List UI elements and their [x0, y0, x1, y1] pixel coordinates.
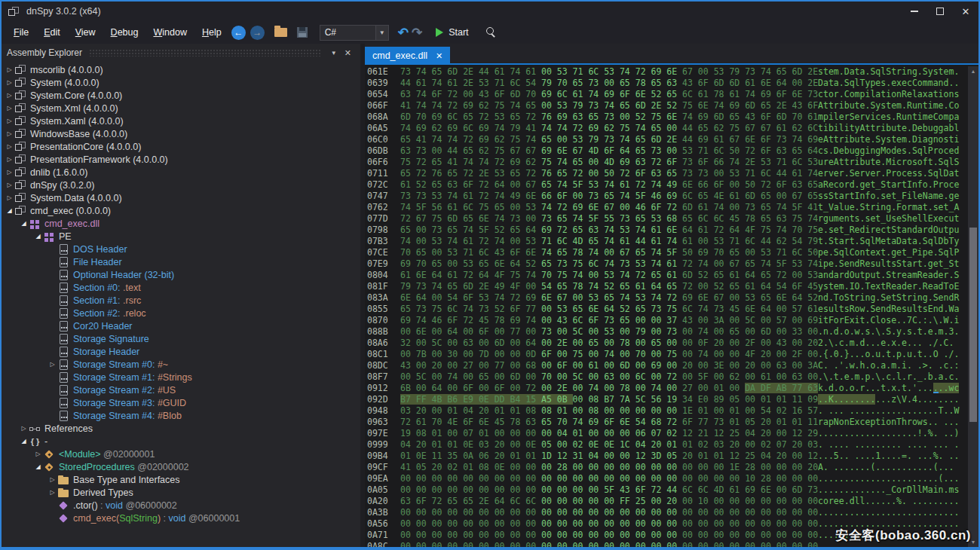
expand-arrow-icon[interactable]: ▷: [5, 194, 14, 201]
hex-row[interactable]: 0A2063 6F 72 65 65 2E 64 6C 6C 00 00 00 …: [365, 496, 968, 507]
tree-item[interactable]: ▷dnlib (1.6.0.0): [2, 166, 360, 179]
collapse-arrow-icon[interactable]: ◢: [33, 463, 43, 470]
tree-item[interactable]: ▷References: [2, 422, 360, 435]
hex-row[interactable]: 074773 73 53 74 61 72 74 49 6E 66 6F 00 …: [365, 191, 968, 202]
hex-row[interactable]: 09126B 00 64 00 6F 00 6F 00 72 00 2E 00 …: [365, 383, 968, 394]
expand-arrow-icon[interactable]: ▷: [5, 66, 14, 73]
expand-arrow-icon[interactable]: ▷: [5, 169, 14, 176]
tree-item[interactable]: ◢PE: [2, 230, 360, 243]
collapse-arrow-icon[interactable]: ◢: [19, 438, 29, 445]
tree-item[interactable]: DOS Header: [2, 243, 360, 255]
hex-row[interactable]: 094803 20 00 01 04 20 01 01 08 08 01 00 …: [365, 405, 968, 417]
hex-row[interactable]: 08C100 7B 00 30 00 7D 00 00 0D 6F 00 75 …: [365, 349, 968, 360]
tree-item[interactable]: Storage Signature: [2, 332, 360, 345]
tab-close-icon[interactable]: ✕: [436, 51, 443, 61]
menu-edit[interactable]: Edit: [36, 24, 68, 41]
hex-row[interactable]: 08DC43 00 20 00 27 00 77 00 68 00 6F 00 …: [365, 360, 968, 371]
panel-close-icon[interactable]: ✕: [341, 48, 355, 58]
close-button[interactable]: ✕: [953, 2, 978, 21]
tree-item[interactable]: Storage Stream #2: #US: [2, 383, 360, 396]
expand-arrow-icon[interactable]: ▷: [19, 425, 29, 432]
expand-arrow-icon[interactable]: ▷: [5, 118, 14, 124]
redo-icon[interactable]: ↷: [412, 25, 422, 41]
navigate-back-button[interactable]: ←: [231, 26, 246, 40]
minimize-button[interactable]: [902, 2, 927, 21]
tree-item[interactable]: ▷System.Data (4.0.0.0): [2, 191, 360, 204]
hex-row[interactable]: 08F700 5C 00 74 00 65 00 6D 00 70 00 5C …: [365, 371, 968, 383]
menu-file[interactable]: File: [6, 24, 36, 41]
hex-row[interactable]: 083A6E 64 00 54 6F 53 74 72 69 6E 67 00 …: [365, 292, 968, 304]
expand-arrow-icon[interactable]: ▷: [47, 361, 57, 368]
hex-row[interactable]: 0A3B00 00 00 00 00 00 00 00 00 00 00 00 …: [365, 507, 968, 518]
collapse-arrow-icon[interactable]: ◢: [33, 233, 43, 240]
hex-row[interactable]: 06DB63 73 00 44 65 62 75 67 67 69 6E 67 …: [365, 145, 968, 157]
hex-row[interactable]: 06A574 69 62 69 6C 69 74 79 41 74 74 72 …: [365, 123, 968, 134]
open-file-icon[interactable]: [274, 28, 287, 37]
hex-row[interactable]: 081F79 73 74 65 6D 2E 49 4F 00 54 65 78 …: [365, 281, 968, 292]
collapse-arrow-icon[interactable]: ◢: [5, 207, 14, 214]
expand-arrow-icon[interactable]: ▷: [5, 143, 14, 150]
tree-item[interactable]: ▷Derived Types: [2, 486, 360, 499]
collapse-arrow-icon[interactable]: ◢: [19, 220, 29, 227]
title-bar[interactable]: dnSpy 3.0.2 (x64) ✕: [2, 2, 978, 21]
hex-row[interactable]: 06C065 41 74 74 72 69 62 75 74 65 00 53 …: [365, 134, 968, 145]
navigate-forward-button[interactable]: →: [250, 26, 265, 40]
tree-item[interactable]: Storage Stream #1: #Strings: [2, 371, 360, 383]
expand-arrow-icon[interactable]: ▷: [33, 451, 43, 457]
tree-item[interactable]: ◢{ }-: [2, 435, 360, 448]
tree-item[interactable]: ▷PresentationFramework (4.0.0.0): [2, 153, 360, 166]
hex-row[interactable]: 085565 73 75 6C 74 73 52 6F 77 00 53 65 …: [365, 304, 968, 315]
tree-item[interactable]: Storage Stream #3: #GUID: [2, 396, 360, 409]
tree-item[interactable]: ◢cmd_exec.dll: [2, 217, 360, 230]
tree-item[interactable]: File Header: [2, 255, 360, 268]
hex-row[interactable]: 07B374 00 53 74 61 72 74 00 53 71 6C 4D …: [365, 236, 968, 247]
hex-row[interactable]: 088B00 6E 00 64 00 6F 00 77 00 73 00 5C …: [365, 326, 968, 338]
expand-arrow-icon[interactable]: ▷: [5, 105, 14, 112]
tree-item[interactable]: ▷dnSpy (3.0.2.0): [2, 179, 360, 191]
expand-arrow-icon[interactable]: ▷: [47, 476, 57, 483]
chevron-down-icon[interactable]: ▼: [375, 26, 388, 40]
hex-editor[interactable]: 061E73 74 65 6D 2E 44 61 74 61 00 53 71 …: [365, 66, 968, 547]
tree-item[interactable]: ◢StoredProcedures @02000002: [2, 460, 360, 473]
scroll-up-icon[interactable]: ▲: [968, 66, 978, 76]
tree-item[interactable]: ▷Base Type and Interfaces: [2, 473, 360, 486]
expand-arrow-icon[interactable]: ▷: [5, 79, 14, 86]
tree-item[interactable]: ▷<Module> @02000001: [2, 448, 360, 460]
language-select[interactable]: C# ▼: [320, 25, 389, 41]
maximize-button[interactable]: [927, 2, 953, 21]
hex-row[interactable]: 065463 74 6F 72 00 43 6F 6D 70 69 6C 61 …: [365, 89, 968, 100]
tree-item[interactable]: Section #2: .reloc: [2, 307, 360, 319]
menu-help[interactable]: Help: [194, 24, 229, 41]
tree-item[interactable]: ▷System (4.0.0.0): [2, 76, 360, 89]
start-play-icon[interactable]: [436, 28, 443, 37]
tree-item[interactable]: Optional Header (32-bit): [2, 268, 360, 281]
tab-cmd-exec-dll[interactable]: cmd_exec.dll ✕: [365, 47, 450, 65]
hex-row[interactable]: 079865 00 73 65 74 5F 52 65 64 69 72 65 …: [365, 225, 968, 236]
tree-item[interactable]: Cor20 Header: [2, 319, 360, 332]
hex-row[interactable]: 09EA00 00 00 00 00 00 00 00 00 00 00 00 …: [365, 473, 968, 484]
start-button[interactable]: Start: [449, 27, 468, 38]
hex-row[interactable]: 09B401 0E 11 35 0A 06 20 01 01 1D 12 31 …: [365, 451, 968, 462]
hex-row[interactable]: 092DB7 FF 4B B6 E9 0E DD B4 15 A5 0B 00 …: [365, 394, 968, 405]
tree-item[interactable]: ◢cmd_exec (0.0.0.0): [2, 204, 360, 217]
menu-window[interactable]: Window: [145, 24, 194, 41]
tree-item[interactable]: Storage Stream #4: #Blob: [2, 409, 360, 422]
expand-arrow-icon[interactable]: ▷: [5, 92, 14, 99]
hex-row[interactable]: 09CF41 05 20 02 01 08 0E 00 00 00 28 00 …: [365, 462, 968, 473]
hex-row[interactable]: 07E969 70 65 00 53 65 6E 64 52 65 73 75 …: [365, 258, 968, 270]
hex-row[interactable]: 066F41 74 74 72 69 62 75 74 65 00 53 79 …: [365, 100, 968, 112]
hex-row[interactable]: 072C61 52 65 63 6F 72 64 00 67 65 74 5F …: [365, 179, 968, 191]
tree-item[interactable]: Section #1: .rsrc: [2, 294, 360, 307]
hex-row[interactable]: 076274 5F 56 61 6C 75 65 00 53 74 72 69 …: [365, 202, 968, 213]
expand-arrow-icon[interactable]: ▷: [47, 489, 57, 496]
expand-arrow-icon[interactable]: ▷: [5, 156, 14, 163]
panel-menu-chevron-icon[interactable]: ▼: [327, 50, 341, 57]
tree-item[interactable]: cmd_exec(SqlString) : void @06000001: [2, 512, 360, 524]
hex-row[interactable]: 097E19 08 01 00 07 01 00 00 00 00 04 01 …: [365, 428, 968, 439]
hex-row[interactable]: 080461 6E 64 61 72 64 4F 75 74 70 75 74 …: [365, 270, 968, 281]
tree-item[interactable]: ▷System.Core (4.0.0.0): [2, 89, 360, 102]
hex-row[interactable]: 087069 74 46 6F 72 45 78 69 74 00 43 6C …: [365, 315, 968, 326]
tree-item[interactable]: ▷Storage Stream #0: #~: [2, 358, 360, 371]
vertical-scrollbar[interactable]: ▲ ▼: [968, 66, 978, 547]
menu-view[interactable]: View: [68, 24, 103, 41]
